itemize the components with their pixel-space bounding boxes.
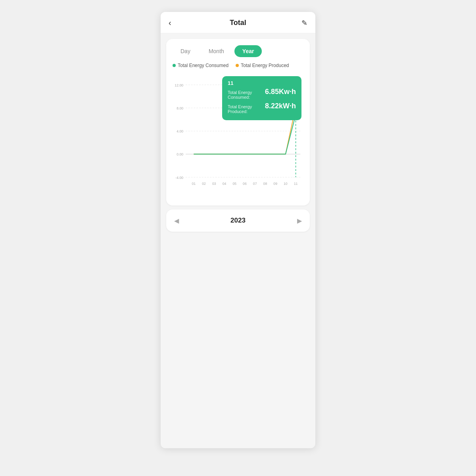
- edit-button[interactable]: ✎: [295, 19, 307, 27]
- chart-card: Day Month Year Total Energy Consumed Tot…: [166, 39, 310, 205]
- legend-produced: Total Energy Produced: [236, 63, 289, 68]
- next-year-button[interactable]: ▶: [297, 217, 302, 225]
- legend-produced-dot: [236, 64, 239, 67]
- x-label-09: 09: [273, 182, 277, 186]
- x-label-01: 01: [192, 182, 196, 186]
- current-year: 2023: [230, 217, 246, 225]
- x-label-06: 06: [243, 182, 247, 186]
- y-label-neg4: -4.00: [175, 176, 183, 180]
- legend-consumed: Total Energy Consumed: [173, 63, 228, 68]
- x-label-08: 08: [263, 182, 267, 186]
- y-label-12: 12.00: [175, 83, 183, 87]
- y-label-8: 8.00: [177, 106, 183, 110]
- prev-year-button[interactable]: ◀: [174, 217, 179, 225]
- consumed-dot: [293, 112, 299, 117]
- chart-svg: 12.00 8.00 4.00 0.00 -4.00 01 02 03: [173, 72, 303, 199]
- x-label-07: 07: [253, 182, 257, 186]
- year-nav-card: ◀ 2023 ▶: [166, 209, 310, 232]
- chart-area: 12.00 8.00 4.00 0.00 -4.00 01 02 03: [173, 72, 303, 199]
- x-label-04: 04: [223, 182, 226, 186]
- tab-year[interactable]: Year: [234, 45, 262, 57]
- header: ‹ Total ✎: [161, 12, 315, 33]
- page-title: Total: [230, 19, 246, 27]
- legend-produced-label: Total Energy Produced: [241, 63, 289, 68]
- y-label-4: 4.00: [177, 129, 183, 133]
- x-label-05: 05: [232, 182, 236, 186]
- x-label-03: 03: [212, 182, 216, 186]
- produced-dot: [293, 104, 299, 109]
- tab-month[interactable]: Month: [201, 45, 232, 57]
- x-label-02: 02: [202, 182, 206, 186]
- phone-frame: ‹ Total ✎ Day Month Year Total Energy Co…: [161, 12, 315, 448]
- legend-row: Total Energy Consumed Total Energy Produ…: [173, 63, 303, 68]
- x-label-11: 11: [294, 182, 298, 186]
- tab-row: Day Month Year: [173, 45, 303, 57]
- legend-consumed-dot: [173, 64, 176, 67]
- y-label-0: 0.00: [177, 152, 183, 156]
- tab-day[interactable]: Day: [173, 45, 198, 57]
- legend-consumed-label: Total Energy Consumed: [178, 63, 228, 68]
- consumed-line: [194, 115, 296, 154]
- x-label-10: 10: [284, 182, 288, 186]
- produced-line: [194, 107, 296, 154]
- back-button[interactable]: ‹: [169, 18, 181, 27]
